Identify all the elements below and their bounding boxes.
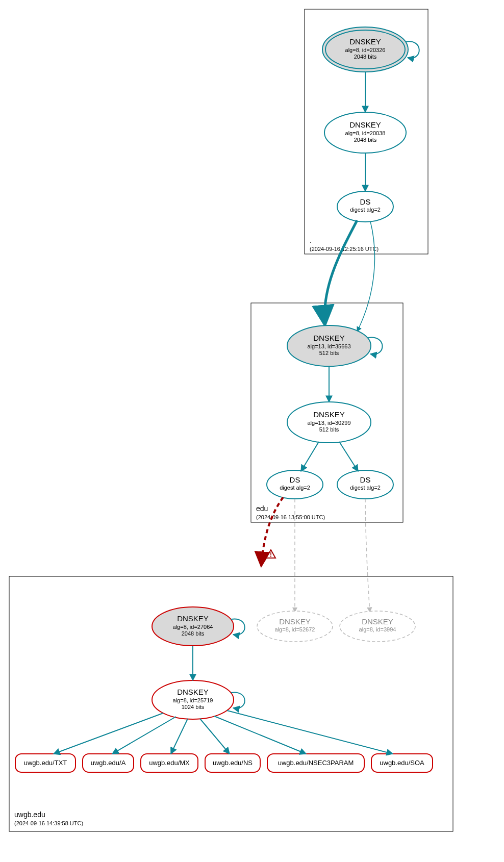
svg-text:DNSKEY: DNSKEY bbox=[349, 37, 381, 46]
record-soa: uwgb.edu/SOA bbox=[371, 754, 433, 772]
svg-text:DNSKEY: DNSKEY bbox=[349, 120, 381, 129]
svg-text:alg=8, id=25719: alg=8, id=25719 bbox=[173, 697, 213, 703]
node-uwgb-ghost1: DNSKEY alg=8, id=52672 bbox=[257, 611, 333, 642]
node-root-zsk: DNSKEY alg=8, id=20038 2048 bits bbox=[324, 112, 406, 153]
svg-text:uwgb.edu/SOA: uwgb.edu/SOA bbox=[380, 759, 424, 767]
svg-text:alg=8, id=20038: alg=8, id=20038 bbox=[345, 130, 386, 136]
svg-text:DNSKEY: DNSKEY bbox=[362, 617, 393, 626]
svg-text:512 bits: 512 bits bbox=[319, 350, 339, 356]
node-uwgb-ghost2: DNSKEY alg=8, id=3994 bbox=[340, 611, 415, 642]
node-edu-zsk: DNSKEY alg=13, id=30299 512 bits bbox=[287, 402, 371, 443]
svg-text:DNSKEY: DNSKEY bbox=[177, 614, 209, 623]
zone-edu-label: edu bbox=[256, 504, 268, 513]
svg-text:uwgb.edu/A: uwgb.edu/A bbox=[91, 759, 126, 767]
svg-text:DS: DS bbox=[360, 475, 371, 484]
svg-text:DNSKEY: DNSKEY bbox=[177, 688, 209, 696]
svg-text:2048 bits: 2048 bits bbox=[182, 630, 205, 637]
svg-text:alg=8, id=52672: alg=8, id=52672 bbox=[275, 626, 315, 632]
record-a: uwgb.edu/A bbox=[83, 754, 134, 772]
svg-text:2048 bits: 2048 bits bbox=[354, 54, 377, 60]
svg-text:digest alg=2: digest alg=2 bbox=[350, 485, 381, 491]
node-edu-ds2: DS digest alg=2 bbox=[337, 470, 393, 499]
svg-text:DS: DS bbox=[360, 197, 371, 206]
svg-text:uwgb.edu/MX: uwgb.edu/MX bbox=[149, 759, 190, 767]
node-uwgb-zsk: DNSKEY alg=8, id=25719 1024 bits bbox=[152, 680, 234, 719]
svg-text:uwgb.edu/TXT: uwgb.edu/TXT bbox=[24, 759, 67, 767]
node-edu-ksk: DNSKEY alg=13, id=35663 512 bits bbox=[287, 325, 371, 366]
zone-root-label: . bbox=[310, 236, 312, 244]
node-root-ksk: DNSKEY alg=8, id=20326 2048 bits bbox=[322, 27, 408, 72]
svg-text:digest alg=2: digest alg=2 bbox=[350, 207, 381, 213]
svg-text:alg=8, id=3994: alg=8, id=3994 bbox=[359, 626, 396, 632]
svg-text:DNSKEY: DNSKEY bbox=[313, 410, 345, 419]
svg-text:digest alg=2: digest alg=2 bbox=[280, 485, 310, 491]
record-ns: uwgb.edu/NS bbox=[205, 754, 260, 772]
svg-text:alg=8, id=27064: alg=8, id=27064 bbox=[173, 624, 213, 630]
record-mx: uwgb.edu/MX bbox=[141, 754, 198, 772]
zone-uwgb-label: uwgb.edu bbox=[14, 810, 45, 819]
svg-text:DS: DS bbox=[290, 475, 300, 484]
svg-text:DNSKEY: DNSKEY bbox=[279, 617, 311, 626]
zone-edu-timestamp: (2024-09-16 13:55:00 UTC) bbox=[256, 514, 325, 520]
zone-uwgb-timestamp: (2024-09-16 14:39:58 UTC) bbox=[14, 820, 83, 826]
svg-text:uwgb.edu/NSEC3PARAM: uwgb.edu/NSEC3PARAM bbox=[278, 759, 354, 767]
node-edu-ds1: DS digest alg=2 bbox=[267, 470, 323, 499]
svg-text:uwgb.edu/NS: uwgb.edu/NS bbox=[213, 759, 253, 767]
svg-text:alg=8, id=20326: alg=8, id=20326 bbox=[345, 47, 386, 53]
node-uwgb-ksk: DNSKEY alg=8, id=27064 2048 bits bbox=[152, 607, 234, 646]
svg-text:DNSKEY: DNSKEY bbox=[313, 334, 345, 342]
svg-text:512 bits: 512 bits bbox=[319, 426, 339, 433]
record-nsec3param: uwgb.edu/NSEC3PARAM bbox=[267, 754, 364, 772]
svg-text:alg=13, id=30299: alg=13, id=30299 bbox=[307, 420, 350, 426]
svg-text:2048 bits: 2048 bits bbox=[354, 137, 377, 143]
record-txt: uwgb.edu/TXT bbox=[15, 754, 75, 772]
svg-text:alg=13, id=35663: alg=13, id=35663 bbox=[307, 343, 350, 349]
svg-text:1024 bits: 1024 bits bbox=[182, 704, 205, 710]
node-root-ds: DS digest alg=2 bbox=[337, 191, 393, 222]
warning-icon: ! bbox=[266, 550, 275, 559]
svg-text:!: ! bbox=[270, 551, 272, 559]
